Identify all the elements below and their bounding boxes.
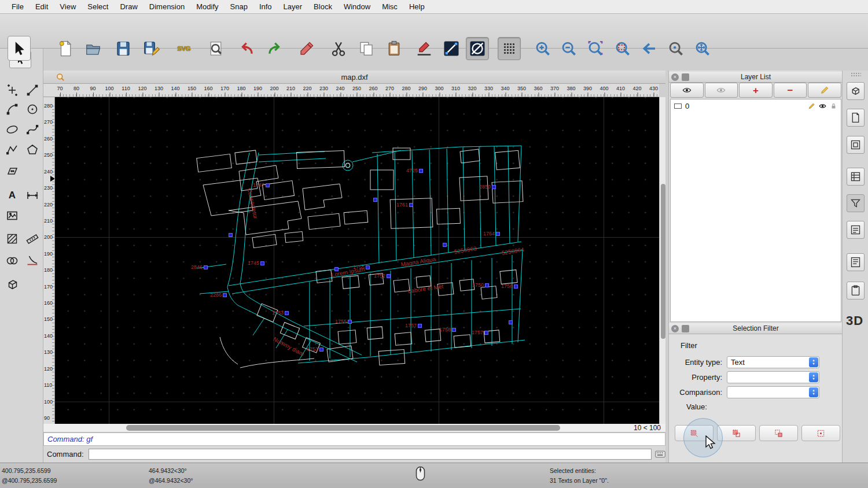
comparison-select[interactable]: ▲▼ [727, 386, 819, 398]
vertical-scrollbar[interactable] [659, 97, 665, 424]
menu-item-layer[interactable]: Layer [278, 0, 308, 13]
drawing-canvas[interactable]: 4725285017611747176428461745175517521750… [55, 97, 659, 424]
circle-tool-button[interactable] [466, 37, 489, 60]
property-editor-toggle[interactable] [847, 82, 865, 100]
grid-toggle-button[interactable] [498, 37, 521, 60]
float-panel-icon[interactable] [682, 325, 689, 332]
paste-button[interactable] [382, 37, 406, 60]
menu-item-draw[interactable]: Draw [114, 0, 143, 13]
circle-draw-button[interactable] [23, 100, 42, 119]
undo-button[interactable] [236, 37, 259, 60]
print-preview-button[interactable] [204, 37, 227, 60]
edit-layer-button[interactable] [808, 83, 841, 98]
cut-button[interactable] [327, 37, 350, 60]
hide-all-layers-button[interactable] [705, 83, 738, 98]
menu-item-select[interactable]: Select [82, 0, 114, 13]
vertical-scroll-thumb[interactable] [661, 184, 665, 339]
zoom-previous-button[interactable] [638, 37, 661, 60]
subwindow-titlebar[interactable]: map.dxf [43, 71, 665, 84]
float-panel-icon[interactable] [682, 73, 689, 81]
menu-item-window[interactable]: Window [338, 0, 376, 13]
shape-tool-button[interactable] [3, 252, 21, 270]
modify-trim-button[interactable] [23, 252, 42, 270]
close-icon[interactable]: × [671, 73, 679, 81]
text-tool-button[interactable]: A [3, 186, 21, 205]
script-shell-toggle[interactable] [847, 253, 865, 271]
command-line-toggle[interactable] [847, 221, 865, 239]
polyline-tool-button[interactable] [3, 141, 21, 159]
add-layer-button[interactable]: + [739, 83, 773, 98]
arc-tool-button[interactable] [3, 100, 21, 119]
zoom-in-button[interactable] [531, 37, 554, 60]
library-browser-toggle[interactable] [847, 109, 865, 127]
new-file-button[interactable] [54, 37, 77, 60]
menu-item-edit[interactable]: Edit [30, 0, 54, 13]
measure-tool-button[interactable] [23, 230, 42, 248]
command-input[interactable] [89, 449, 652, 460]
stepper-icon[interactable]: ▲▼ [809, 372, 818, 382]
menu-item-modify[interactable]: Modify [190, 0, 224, 13]
add-to-selection-button[interactable] [717, 425, 756, 441]
menu-item-info[interactable]: Info [253, 0, 278, 13]
menu-item-view[interactable]: View [54, 0, 82, 13]
dimension-tool-button[interactable] [23, 186, 42, 205]
horizontal-scrollbar-row: 10 < 100 [43, 424, 665, 432]
show-all-layers-button[interactable] [670, 83, 704, 98]
zoom-out-button[interactable] [557, 37, 580, 60]
layer-row[interactable]: 0 [671, 99, 841, 112]
copy-button[interactable] [355, 37, 378, 60]
ellipse-tool-button[interactable] [3, 120, 21, 139]
zoom-pan-button[interactable] [691, 37, 714, 60]
menu-item-help[interactable]: Help [403, 0, 431, 13]
hruler-label: 240 [336, 86, 344, 91]
draw-pencil-button[interactable] [295, 37, 318, 60]
line-tool-button[interactable] [440, 37, 463, 60]
layer-list-toggle[interactable] [847, 168, 865, 186]
open-file-button[interactable] [82, 37, 105, 60]
3d-view-toggle[interactable]: 3D [846, 313, 863, 328]
stepper-icon[interactable]: ▲▼ [809, 357, 818, 367]
property-select[interactable]: ▲▼ [727, 371, 819, 383]
horizontal-scroll-thumb[interactable] [126, 425, 560, 431]
spline-tool-button[interactable] [23, 120, 42, 139]
region-tool-button[interactable] [3, 162, 21, 180]
menu-item-dimension[interactable]: Dimension [144, 0, 190, 13]
zoom-window-button[interactable] [611, 37, 634, 60]
intersect-selection-button[interactable] [801, 425, 840, 441]
menu-item-block[interactable]: Block [308, 0, 338, 13]
remove-from-selection-button[interactable] [759, 425, 798, 441]
layer-lock-button[interactable] [830, 102, 837, 110]
vruler-label: 190 [44, 251, 53, 257]
block-list-toggle[interactable] [847, 136, 865, 154]
close-icon[interactable]: × [671, 325, 679, 332]
layer-visibility-button[interactable] [819, 102, 826, 110]
layer-list-header[interactable]: × Layer List [669, 72, 843, 83]
hatch-tool-button[interactable] [3, 230, 21, 248]
svg-export-button[interactable]: SVG [172, 37, 196, 60]
line-draw-button[interactable] [23, 81, 42, 99]
edit-text-button[interactable] [413, 37, 436, 60]
keyboard-toggle-button[interactable] [655, 450, 665, 459]
horizontal-scrollbar[interactable] [45, 424, 634, 431]
solid-3d-button[interactable] [3, 275, 21, 294]
redo-button[interactable] [263, 37, 286, 60]
clipboard-panel-toggle[interactable] [847, 282, 865, 300]
layer-edit-button[interactable] [808, 102, 815, 110]
zoom-auto-button[interactable] [584, 37, 607, 60]
zoom-find-button[interactable] [664, 37, 687, 60]
pointer-tool-button[interactable] [8, 36, 31, 61]
menu-item-misc[interactable]: Misc [376, 0, 403, 13]
selection-filter-toggle[interactable] [847, 194, 865, 212]
selection-filter-header[interactable]: × Selection Filter [669, 323, 843, 334]
entity-type-select[interactable]: Text ▲▼ [727, 356, 819, 368]
point-tool-button[interactable] [3, 81, 21, 99]
image-tool-button[interactable] [3, 206, 21, 225]
menu-item-snap[interactable]: Snap [225, 0, 253, 13]
menu-item-file[interactable]: File [6, 0, 30, 13]
save-as-button[interactable] [139, 37, 163, 60]
polygon-tool-button[interactable] [23, 141, 42, 159]
remove-layer-button[interactable]: − [774, 83, 807, 98]
stepper-icon[interactable]: ▲▼ [809, 387, 818, 397]
save-button[interactable] [112, 37, 135, 60]
drag-handle[interactable] [851, 72, 861, 77]
